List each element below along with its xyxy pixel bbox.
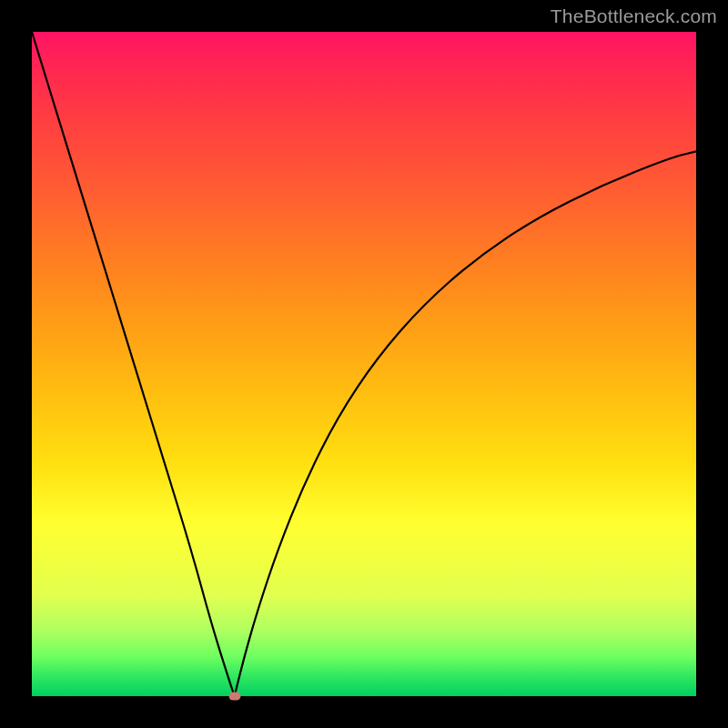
curve-left-branch [32, 32, 235, 696]
plot-area [32, 32, 696, 696]
chart-frame: TheBottleneck.com [0, 0, 728, 728]
watermark-text: TheBottleneck.com [551, 5, 717, 27]
minimum-marker [228, 693, 240, 701]
curve-svg [32, 32, 696, 696]
curve-right-branch [235, 151, 696, 696]
